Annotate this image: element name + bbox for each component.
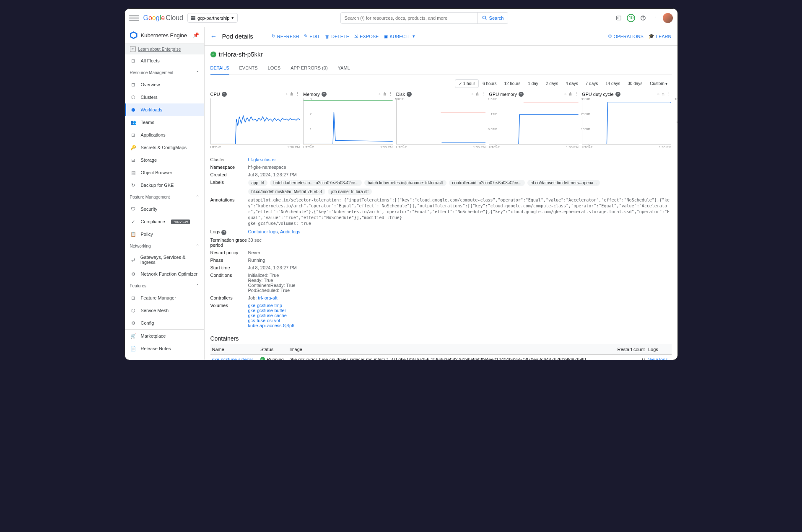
label-chip[interactable]: controller-uid: a2cca07e-6a08-42cc... [449, 180, 525, 186]
pin-icon[interactable]: 📌 [193, 32, 199, 38]
help-icon[interactable] [639, 14, 647, 22]
expose-button[interactable]: ⇲ EXPOSE [354, 34, 379, 39]
tab-app-errors[interactable]: APP ERRORS (0) [291, 62, 327, 75]
more-icon[interactable]: ⋮ [295, 91, 300, 97]
search-button[interactable]: Search [477, 13, 508, 23]
label-chip[interactable]: hf.co/model: mistralai--Mistral-7B-v0.3 [248, 189, 325, 195]
cluster-link[interactable]: hf-gke-cluster [248, 157, 276, 162]
chart-icon[interactable]: ⋔ [475, 91, 479, 97]
avatar[interactable] [663, 13, 673, 23]
more-icon[interactable]: ⋮ [667, 91, 671, 97]
learn-button[interactable]: 🎓 LEARN [649, 34, 672, 39]
sidebar-item-storage[interactable]: ⊟Storage [125, 154, 204, 166]
chart-icon[interactable]: ⋔ [383, 91, 387, 97]
back-button[interactable]: ← [210, 33, 217, 40]
sidebar-item-feature-manager[interactable]: ⊞Feature Manager [125, 292, 204, 304]
time-range-option[interactable]: 6 hours [479, 79, 500, 88]
containers-table: Name Status Image Restart count Logs gke… [210, 344, 672, 360]
delete-button[interactable]: 🗑 DELETE [325, 34, 349, 39]
sidebar-item-service-mesh[interactable]: ⬡Service Mesh [125, 304, 204, 317]
sidebar-item-overview[interactable]: ⊡Overview [125, 78, 204, 91]
tab-logs[interactable]: LOGS [268, 62, 281, 75]
kubectl-button[interactable]: ▣ KUBECTL ▾ [384, 34, 415, 39]
time-range-option[interactable]: 4 days [562, 79, 581, 88]
volume-link[interactable]: gke-gcsfuse-tmp [248, 303, 282, 308]
volume-link[interactable]: gke-gcsfuse-cache [248, 313, 287, 318]
sidebar-item-secrets[interactable]: 🔑Secrets & ConfigMaps [125, 141, 204, 154]
svg-point-4 [643, 19, 644, 19]
view-logs-link[interactable]: View logs [648, 357, 668, 360]
label-chip[interactable]: job-name: trl-lora-sft [328, 189, 372, 195]
time-range-option[interactable]: 2 days [542, 79, 562, 88]
label-chip[interactable]: batch.kubernetes.io/job-name: trl-lora-s… [364, 180, 446, 186]
chart-icon[interactable]: ⋔ [568, 91, 572, 97]
sidebar-collapse[interactable]: ‹| [125, 355, 204, 360]
svg-rect-2 [617, 16, 621, 20]
project-picker[interactable]: gcp-partnership ▾ [187, 13, 238, 23]
sidebar-item-policy[interactable]: 📋Policy [125, 228, 204, 240]
time-range-option[interactable]: 1 hour [455, 79, 479, 88]
sidebar-item-nfo[interactable]: ⚙Network Function Optimizer [125, 268, 204, 280]
sidebar-section-features[interactable]: Features⌃ [125, 280, 204, 292]
sidebar-item-backup[interactable]: ↻Backup for GKE [125, 179, 204, 191]
time-range-option[interactable]: Custom ▾ [646, 79, 671, 88]
menu-icon[interactable] [129, 13, 139, 23]
chevron-down-icon: ▾ [231, 15, 234, 21]
volume-link[interactable]: gke-gcsfuse-buffer [248, 308, 286, 313]
help-icon[interactable]: ? [322, 92, 327, 97]
chart-icon[interactable]: ≈ [657, 92, 659, 97]
volume-link[interactable]: kube-api-access-8j4p6 [248, 323, 295, 328]
notification-badge[interactable]: 10 [627, 14, 635, 22]
chart-icon[interactable]: ≈ [286, 92, 288, 97]
chart-icon[interactable]: ≈ [471, 92, 474, 97]
tab-yaml[interactable]: YAML [338, 62, 350, 75]
label-chip[interactable]: app: trl [248, 180, 268, 186]
sidebar-item-security[interactable]: 🛡Security [125, 203, 204, 215]
more-icon[interactable]: ⋮ [388, 91, 393, 97]
chart-icon[interactable]: ≈ [379, 92, 381, 97]
sidebar-item-applications[interactable]: ⊞Applications [125, 129, 204, 141]
chart-icon[interactable]: ≈ [564, 92, 567, 97]
sidebar-section-networking[interactable]: Networking⌃ [125, 240, 204, 252]
time-range-option[interactable]: 30 days [624, 79, 646, 88]
search-input[interactable] [341, 13, 477, 23]
sidebar-item-gateways[interactable]: ⇄Gateways, Services & Ingress [125, 252, 204, 268]
sidebar-item-workloads[interactable]: ⬢Workloads [125, 103, 204, 116]
terminal-icon[interactable] [615, 14, 623, 22]
more-icon[interactable]: ⋮ [481, 91, 485, 97]
chart-icon[interactable]: ⋔ [661, 91, 665, 97]
time-range-option[interactable]: 12 hours [500, 79, 524, 88]
refresh-button[interactable]: ↻ REFRESH [272, 34, 299, 39]
help-icon[interactable]: ? [519, 92, 524, 97]
tab-details[interactable]: DETAILS [210, 62, 229, 75]
container-name-link[interactable]: gke-gcsfuse-sidecar [212, 357, 253, 360]
sidebar-item-release-notes[interactable]: 📄Release Notes [125, 342, 204, 355]
sidebar-item-config[interactable]: ⚙Config [125, 317, 204, 329]
sidebar-item-teams[interactable]: 👥Teams [125, 116, 204, 129]
sidebar-item-object-browser[interactable]: ▤Object Browser [125, 166, 204, 179]
chart-icon[interactable]: ⋔ [290, 91, 293, 97]
label-chip[interactable]: hf.co/dataset: timdettmers--opena... [527, 180, 600, 186]
edit-button[interactable]: ✎ EDIT [304, 34, 320, 39]
tab-events[interactable]: EVENTS [239, 62, 258, 75]
help-icon[interactable]: ? [222, 92, 227, 97]
operations-button[interactable]: ⚙ OPERATIONS [608, 34, 644, 39]
sidebar-section-posture[interactable]: Posture Management⌃ [125, 191, 204, 203]
sidebar-section-resource[interactable]: Resource Management⌃ [125, 67, 204, 78]
sidebar-item-clusters[interactable]: ⬡Clusters [125, 91, 204, 103]
preview-badge: PREVIEW [171, 220, 190, 224]
enterprise-banner[interactable]: E Learn about Enterprise [125, 44, 204, 54]
sidebar-item-all-fleets[interactable]: ⊞All Fleets [125, 54, 204, 67]
sidebar-item-marketplace[interactable]: 🛒Marketplace [125, 330, 204, 342]
volume-link[interactable]: gcs-fuse-csi-vol [248, 318, 280, 323]
help-icon[interactable]: ? [407, 92, 412, 97]
more-icon[interactable]: ⋮ [574, 91, 579, 97]
sidebar-item-compliance[interactable]: ✓CompliancePREVIEW [125, 215, 204, 228]
help-icon[interactable]: ? [615, 92, 620, 97]
logo[interactable]: GoogleCloud [143, 14, 183, 22]
time-range-option[interactable]: 1 day [524, 79, 542, 88]
time-range-option[interactable]: 7 days [582, 79, 602, 88]
time-range-option[interactable]: 14 days [602, 79, 624, 88]
more-icon[interactable]: ⋮ [651, 14, 659, 22]
label-chip[interactable]: batch.kubernetes.io...: a2cca07e-6a08-42… [270, 180, 362, 186]
